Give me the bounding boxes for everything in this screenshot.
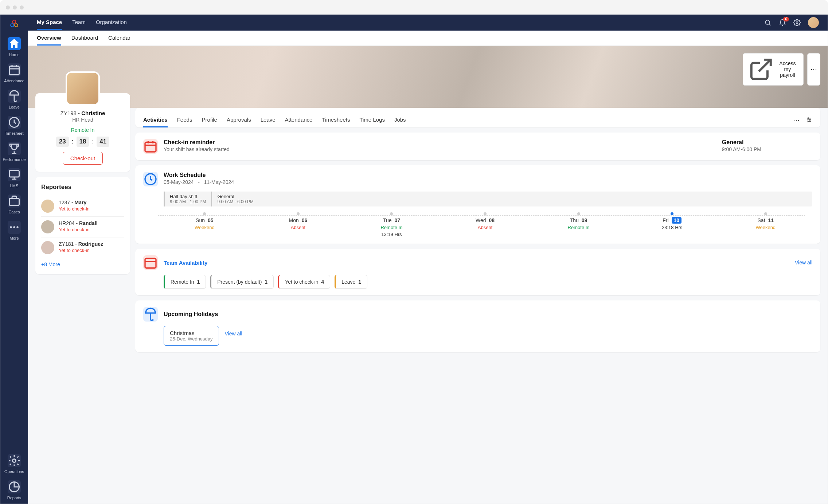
sidebar-item-attendance[interactable]: Attendance [2,60,27,87]
chart-icon [8,480,21,493]
app-logo[interactable] [9,19,19,28]
topnav-tab-organization[interactable]: Organization [96,15,127,30]
reportee-item[interactable]: ZY181 - Rodriguez Yet to check-in [41,237,124,258]
traffic-light-dot [6,5,10,9]
activity-tab-approvals[interactable]: Approvals [227,113,251,127]
day-status: Absent [251,225,345,230]
search-icon[interactable] [764,19,772,26]
svg-rect-3 [9,66,19,75]
sidebar-item-leave[interactable]: Leave [2,87,27,113]
availability-chip[interactable]: Yet to check-in 4 [278,275,330,289]
reportee-item[interactable]: 1237 - Mary Yet to check-in [41,196,124,216]
reportee-status: Yet to check-in [59,248,103,253]
svg-point-2 [15,24,18,27]
shift-segments: Half day shift9:00 AM - 1:00 PMGeneral9:… [164,192,812,206]
availability-chip[interactable]: Remote In 1 [164,275,206,289]
reportee-item[interactable]: HR204 - Randall Yet to check-in [41,216,124,237]
sidebar-label: Leave [9,105,20,109]
holidays-view-all[interactable]: View all [225,331,242,336]
reportee-id-name: ZY181 - Rodriguez [59,241,103,247]
sidebar-item-timesheet[interactable]: Timesheet [2,113,27,139]
activity-tab-activities[interactable]: Activities [143,113,168,127]
svg-point-18 [765,20,770,24]
subnav-tab-dashboard[interactable]: Dashboard [71,31,98,46]
reportee-avatar [41,200,54,213]
sidebar-item-lms[interactable]: LMS [2,165,27,192]
home-icon [8,37,21,50]
app-frame: Home Attendance Leave Timesheet Performa… [0,15,828,504]
day-header: Wed 08 [438,217,532,223]
svg-point-0 [13,20,16,23]
svg-point-15 [16,226,18,228]
date-separator: - [198,179,200,185]
subnav-tab-calendar[interactable]: Calendar [108,31,130,46]
activity-tab-profile[interactable]: Profile [202,113,217,127]
subnav-tab-overview[interactable]: Overview [37,31,61,46]
activity-tabs-card: ActivitiesFeedsProfileApprovalsLeaveAtte… [135,108,820,127]
sidebar-label: Reports [7,496,22,500]
profile-role: HR Head [43,117,123,123]
svg-point-23 [808,118,809,119]
schedule-day[interactable]: Tue 07 Remote In 13:19 Hrs [345,212,438,237]
sidebar-item-operations[interactable]: Operations [2,451,27,477]
sidebar-item-reports[interactable]: Reports [2,477,27,504]
sidebar-item-cases[interactable]: Cases [2,192,27,218]
day-header: Tue 07 [345,217,438,223]
team-availability-title[interactable]: Team Availability [164,260,207,266]
date-to: 11-May-2024 [204,179,234,185]
sidebar-item-performance[interactable]: Performance [2,139,27,165]
schedule-day[interactable]: Wed 08 Absent [438,212,532,237]
availability-chip[interactable]: Leave 1 [335,275,367,289]
date-from: 05-May-2024 [164,179,194,185]
svg-rect-9 [9,170,19,177]
topnav-tab-team[interactable]: Team [72,15,86,30]
team-availability-view-all[interactable]: View all [795,260,812,265]
activity-tab-attendance[interactable]: Attendance [285,113,313,127]
briefcase-icon [8,194,21,208]
day-status: Absent [438,225,532,230]
profile-id-line: ZY198 - Christine [43,110,123,116]
holiday-item[interactable]: Christmas 25-Dec, Wednesday [164,326,219,346]
traffic-light-dot [20,5,24,9]
sidebar-label: Performance [3,157,26,162]
availability-chips: Remote In 1Present (by default) 1Yet to … [164,275,812,289]
settings-icon[interactable] [793,19,801,26]
topnav-tab-my-space[interactable]: My Space [37,15,62,30]
activity-tab-jobs[interactable]: Jobs [394,113,406,127]
holiday-icon [143,307,158,322]
user-avatar[interactable] [808,17,819,28]
activity-tab-feeds[interactable]: Feeds [177,113,192,127]
day-header: Sun 05 [158,217,251,223]
svg-point-1 [11,24,14,27]
filters-icon[interactable] [806,117,812,124]
umbrella-icon [8,90,21,103]
trophy-icon [8,142,21,155]
day-hours: 13:19 Hrs [345,232,438,237]
tabs-overflow-icon[interactable]: ⋯ [793,116,800,124]
svg-point-25 [809,119,811,120]
shift-segment: General9:00 AM - 6:00 PM [211,192,258,206]
notifications-icon[interactable]: 6 [779,19,786,26]
day-dot [297,212,300,215]
sidebar-item-home[interactable]: Home [2,34,27,60]
activity-tab-time-logs[interactable]: Time Logs [359,113,384,127]
activity-tab-leave[interactable]: Leave [261,113,276,127]
sidebar-item-more[interactable]: More [2,218,27,244]
schedule-day[interactable]: Sat 11 Weekend [719,212,812,237]
schedule-day[interactable]: Thu 09 Remote In [532,212,625,237]
schedule-day[interactable]: Fri 10 23:18 Hrs [625,212,719,237]
shift-filler [259,192,812,206]
schedule-day[interactable]: Mon 06 Absent [251,212,345,237]
shift-time: 9:00 AM-6:00 PM [722,146,761,152]
day-status: Weekend [719,225,812,230]
schedule-day[interactable]: Sun 05 Weekend [158,212,251,237]
activity-tab-timesheets[interactable]: Timesheets [322,113,350,127]
top-nav: My SpaceTeamOrganization 6 [28,15,828,31]
reportees-more-link[interactable]: +8 More [41,261,60,267]
svg-line-19 [769,24,770,25]
day-header: Sat 11 [719,217,812,223]
main-column: My SpaceTeamOrganization 6 OverviewDashb… [28,15,828,504]
availability-chip[interactable]: Present (by default) 1 [210,275,274,289]
checkout-button[interactable]: Check-out [63,152,103,165]
holiday-name: Christmas [170,330,213,336]
